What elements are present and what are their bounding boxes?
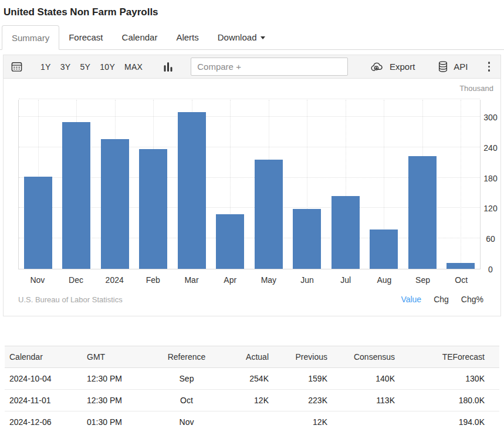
kebab-menu-icon	[488, 62, 491, 64]
x-tick-label-Feb: Feb	[134, 275, 172, 285]
export-button[interactable]: Export	[371, 61, 415, 73]
range-button-1y[interactable]: 1Y	[40, 62, 51, 72]
tab-summary[interactable]: Summary	[2, 25, 59, 50]
table-row[interactable]: 2024-11-0112:30 PMOct12K223K113K180.0K	[5, 390, 499, 411]
bar-Dec[interactable]	[62, 122, 90, 269]
bar-slot-Jun	[288, 100, 327, 269]
column-header-previous: Previous	[269, 346, 327, 368]
y-axis-labels: 060120180240300	[481, 100, 500, 269]
cell-consensus-row0: 140K	[327, 368, 395, 390]
table-header: CalendarGMTReferenceActualPreviousConsen…	[5, 346, 499, 368]
cell-previous-row2: 12K	[269, 411, 327, 432]
bar-Sep[interactable]	[408, 156, 437, 269]
database-icon	[437, 60, 449, 73]
bar-chart-icon	[164, 62, 173, 72]
cell-calendar-row0: 2024-10-04	[5, 368, 87, 390]
x-tick-label-Nov: Nov	[18, 275, 57, 285]
range-button-5y[interactable]: 5Y	[80, 62, 90, 72]
range-button-3y[interactable]: 3Y	[60, 62, 71, 72]
tab-download[interactable]: Download	[208, 25, 275, 49]
x-tick-label-Jul: Jul	[326, 275, 365, 285]
bar-May[interactable]	[255, 160, 283, 269]
toolbar-right: Export API	[371, 60, 492, 73]
bar-slot-Dec	[57, 100, 96, 269]
bar-Jun[interactable]	[293, 209, 321, 269]
cell-teforecast-row0: 130K	[395, 368, 499, 390]
cell-reference-row2: Nov	[160, 411, 213, 432]
range-button-max[interactable]: MAX	[124, 62, 143, 72]
bar-Feb[interactable]	[139, 149, 167, 269]
page-title: United States Non Farm Payrolls	[0, 0, 504, 25]
cell-actual-row2	[213, 411, 269, 432]
range-button-10y[interactable]: 10Y	[100, 62, 115, 72]
cell-gmt-row2: 01:30 PM	[87, 411, 160, 432]
calendar-events-table: CalendarGMTReferenceActualPreviousConsen…	[5, 346, 499, 432]
more-options-button[interactable]	[486, 60, 493, 73]
bar-Jul[interactable]	[332, 196, 360, 269]
y-tick-label-180: 180	[481, 174, 500, 183]
x-tick-label-Apr: Apr	[211, 275, 249, 285]
compare-input[interactable]	[191, 58, 348, 76]
x-tick-label-Sep: Sep	[404, 275, 442, 285]
mode-chgpct-button[interactable]: Chg%	[461, 295, 483, 304]
tab-forecast[interactable]: Forecast	[59, 25, 112, 49]
display-mode-switch: Value Chg Chg%	[401, 295, 483, 304]
bar-Aug[interactable]	[370, 230, 398, 269]
api-label: API	[454, 62, 468, 72]
bar-series	[19, 100, 480, 269]
tab-bar: Summary Forecast Calendar Alerts Downloa…	[0, 25, 504, 50]
tab-calendar[interactable]: Calendar	[113, 25, 167, 49]
x-tick-label-Jun: Jun	[288, 275, 327, 285]
bar-Apr[interactable]	[216, 214, 244, 269]
cell-teforecast-row2: 194.0K	[395, 411, 499, 432]
cell-gmt-row1: 12:30 PM	[87, 390, 160, 411]
chart-type-button[interactable]	[164, 62, 173, 72]
bar-Mar[interactable]	[178, 112, 206, 269]
table-row[interactable]: 2024-10-0412:30 PMSep254K159K140K130K	[5, 368, 499, 390]
y-tick-label-0: 0	[481, 265, 500, 274]
bar-2024[interactable]	[101, 139, 129, 269]
api-button[interactable]: API	[437, 60, 468, 73]
mode-value-button[interactable]: Value	[401, 295, 421, 304]
cell-consensus-row2	[327, 411, 395, 432]
bar-Nov[interactable]	[24, 177, 52, 269]
bar-chart-plot[interactable]	[18, 100, 481, 269]
mode-chg-button[interactable]: Chg	[434, 295, 449, 304]
source-attribution: U.S. Bureau of Labor Statistics	[18, 295, 123, 304]
cloud-download-icon	[371, 61, 385, 73]
bar-slot-Mar	[172, 100, 211, 269]
y-tick-label-60: 60	[481, 235, 500, 243]
y-tick-label-240: 240	[481, 144, 500, 152]
chart-toolbar: 1Y 3Y 5Y 10Y MAX Export	[3, 55, 501, 79]
bar-slot-Sep	[403, 100, 442, 269]
date-range-calendar-button[interactable]	[11, 60, 23, 73]
y-axis-unit-label: Thousand	[4, 79, 500, 95]
column-header-teforecast: TEForecast	[395, 346, 499, 368]
column-header-reference: Reference	[160, 346, 213, 368]
table-row[interactable]: 2024-12-0601:30 PMNov12K194.0K	[5, 411, 499, 432]
tab-forecast-label: Forecast	[69, 32, 103, 42]
tab-download-label: Download	[218, 32, 257, 42]
range-buttons: 1Y 3Y 5Y 10Y MAX	[40, 62, 143, 72]
cell-reference-row0: Sep	[160, 368, 213, 390]
column-header-consensus: Consensus	[327, 346, 395, 368]
cell-previous-row1: 223K	[269, 390, 327, 411]
export-label: Export	[390, 62, 415, 72]
bar-slot-Aug	[365, 100, 404, 269]
bar-slot-Jul	[326, 100, 365, 269]
bar-Oct[interactable]	[447, 263, 475, 269]
y-tick-label-300: 300	[481, 113, 500, 122]
bar-slot-May	[249, 100, 288, 269]
x-tick-label-Aug: Aug	[365, 275, 404, 285]
tab-alerts-label: Alerts	[176, 32, 198, 42]
calendar-icon	[11, 60, 23, 73]
bar-slot-Nov	[19, 100, 57, 269]
column-header-actual: Actual	[213, 346, 269, 368]
gridline-y-335	[19, 99, 480, 99]
column-header-gmt: GMT	[87, 346, 160, 368]
tab-alerts[interactable]: Alerts	[167, 25, 208, 49]
bar-slot-Feb	[134, 100, 173, 269]
chart-panel: Thousand 060120180240300 NovDec2024FebMa…	[3, 78, 501, 316]
column-header-calendar: Calendar	[5, 346, 87, 368]
cell-reference-row1: Oct	[160, 390, 213, 411]
